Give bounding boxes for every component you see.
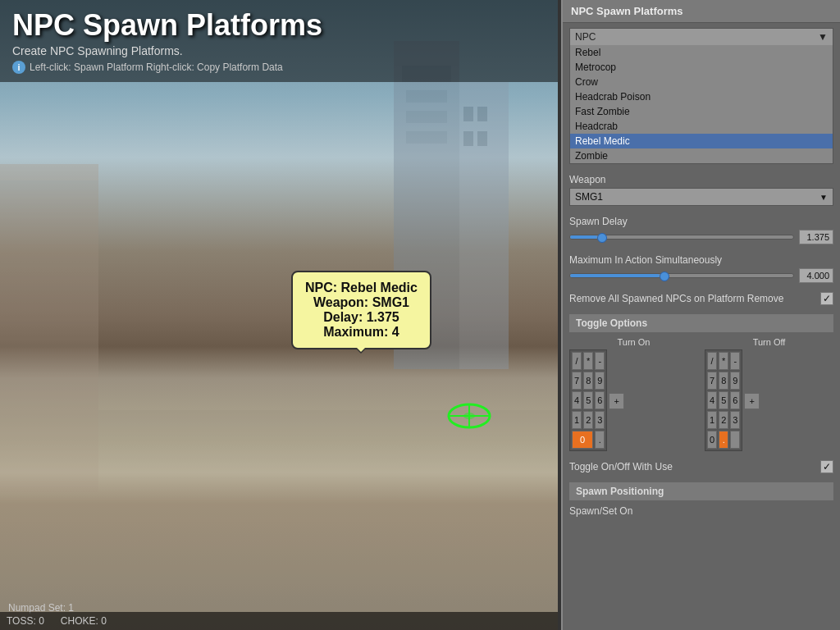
turn-off-6[interactable]: 6 (730, 391, 740, 409)
turn-off-3[interactable]: 3 (730, 411, 740, 429)
svg-rect-2 (406, 90, 447, 103)
npc-item-headcrab[interactable]: Headcrab (570, 119, 833, 134)
turn-on-extra: + (609, 349, 623, 451)
npc-item-rebel-medic[interactable]: Rebel Medic (570, 134, 833, 148)
weapon-value: SMG1 (575, 191, 603, 203)
svg-rect-3 (406, 111, 447, 123)
max-action-section: Maximum In Action Simultaneously 4.000 (563, 249, 840, 288)
remove-checkbox-label: Remove All Spawned NPCs on Platform Remo… (569, 293, 783, 304)
info-icon: i (12, 61, 25, 74)
npc-list[interactable]: NPC ▼ Rebel Metrocop Crow Headcrab Poiso… (569, 28, 833, 164)
toggle-use-row: Toggle On/Off With Use (563, 456, 840, 477)
max-action-fill (570, 274, 660, 277)
svg-rect-8 (463, 131, 473, 146)
panel-title: NPC Spawn Platforms (571, 5, 683, 17)
page-subtitle: Create NPC Spawning Platforms. (12, 44, 546, 57)
spawn-set-on-label: Spawn/Set On (569, 505, 833, 517)
toggle-grids: Turn On / * - 7 8 9 4 5 6 1 2 3 (569, 337, 833, 451)
turn-off-plus[interactable]: + (744, 393, 759, 409)
toggle-options-header: Toggle Options (569, 314, 833, 332)
turn-on-slash[interactable]: / (572, 352, 582, 370)
svg-point-16 (463, 413, 475, 419)
turn-off-empty (730, 431, 740, 449)
turn-on-7[interactable]: 7 (572, 372, 582, 390)
turn-on-8[interactable]: 8 (583, 372, 593, 390)
turn-on-1[interactable]: 1 (572, 411, 582, 429)
info-bar: i Left-click: Spawn Platform Right-click… (12, 61, 546, 74)
spawn-delay-thumb[interactable] (597, 233, 607, 243)
status-bar: TOSS: 0 CHOKE: 0 (0, 612, 558, 630)
turn-off-9[interactable]: 9 (730, 372, 740, 390)
npc-list-scroll-arrow: ▼ (818, 31, 828, 43)
turn-on-minus[interactable]: - (595, 352, 605, 370)
header-overlay: NPC Spawn Platforms Create NPC Spawning … (0, 0, 558, 82)
npc-tooltip: NPC: Rebel Medic Weapon: SMG1 Delay: 1.3… (291, 271, 431, 349)
svg-rect-11 (0, 164, 98, 492)
weapon-label: Weapon (569, 174, 833, 185)
turn-off-label: Turn Off (705, 337, 833, 347)
turn-on-wrapper: Turn On / * - 7 8 9 4 5 6 1 2 3 (569, 337, 698, 451)
spawn-delay-section: Spawn Delay 1.375 (563, 211, 840, 249)
page-title: NPC Spawn Platforms (12, 8, 546, 43)
turn-off-dot[interactable]: . (719, 431, 728, 449)
turn-off-star[interactable]: * (719, 352, 728, 370)
tooltip-delay: Delay: 1.375 (305, 310, 418, 325)
turn-off-7[interactable]: 7 (707, 372, 717, 390)
npc-item-headcrab-poison[interactable]: Headcrab Poison (570, 89, 833, 104)
turn-off-0[interactable]: 0 (707, 431, 717, 449)
turn-on-0[interactable]: 0 (572, 431, 593, 449)
toggle-use-checkbox[interactable] (820, 460, 833, 473)
turn-off-8[interactable]: 8 (719, 372, 728, 390)
toggle-use-label: Toggle On/Off With Use (569, 461, 673, 472)
svg-rect-5 (459, 82, 509, 369)
remove-checkbox[interactable] (820, 292, 833, 305)
turn-on-star[interactable]: * (583, 352, 593, 370)
turn-on-6[interactable]: 6 (595, 391, 605, 409)
game-viewport: NPC Spawn Platforms Create NPC Spawning … (0, 0, 558, 630)
turn-on-4[interactable]: 4 (572, 391, 582, 409)
turn-on-3[interactable]: 3 (595, 411, 605, 429)
right-panel[interactable]: NPC Spawn Platforms NPC ▼ Rebel Metrocop… (561, 0, 840, 630)
svg-rect-7 (477, 107, 487, 121)
turn-off-slash[interactable]: / (707, 352, 717, 370)
turn-off-1[interactable]: 1 (707, 411, 717, 429)
max-action-thumb[interactable] (660, 272, 669, 281)
max-action-track[interactable] (569, 273, 794, 278)
spawn-delay-value: 1.375 (799, 230, 833, 244)
turn-on-plus[interactable]: + (609, 393, 623, 409)
weapon-dropdown[interactable]: SMG1 ▼ (569, 188, 833, 206)
tooltip-weapon: Weapon: SMG1 (305, 295, 418, 310)
turn-on-2[interactable]: 2 (583, 411, 593, 429)
turn-on-5[interactable]: 5 (583, 391, 593, 409)
weapon-section: Weapon SMG1 ▼ (563, 169, 840, 211)
npc-item-fast-zombie[interactable]: Fast Zombie (570, 104, 833, 119)
panel-header: NPC Spawn Platforms (563, 0, 840, 23)
npc-item-rebel[interactable]: Rebel (570, 45, 833, 60)
max-action-label: Maximum In Action Simultaneously (569, 254, 833, 266)
remove-checkbox-row: Remove All Spawned NPCs on Platform Remo… (563, 288, 840, 309)
turn-off-wrapper: Turn Off / * - 7 8 9 4 5 6 1 2 3 (705, 337, 833, 451)
npc-item-crow[interactable]: Crow (570, 75, 833, 89)
turn-off-minus[interactable]: - (730, 352, 740, 370)
toggle-options-section: Toggle Options Turn On / * - 7 8 9 4 5 6 (563, 309, 840, 456)
turn-on-label: Turn On (569, 337, 698, 347)
turn-off-4[interactable]: 4 (707, 391, 717, 409)
max-action-value: 4.000 (799, 268, 833, 283)
spawn-delay-track[interactable] (569, 235, 794, 240)
turn-off-5[interactable]: 5 (719, 391, 728, 409)
info-text: Left-click: Spawn Platform Right-click: … (30, 62, 283, 73)
npc-item-zombie[interactable]: Zombie (570, 148, 833, 163)
spawn-positioning-header: Spawn Positioning (569, 482, 833, 500)
weapon-dropdown-arrow: ▼ (819, 193, 828, 202)
svg-rect-12 (0, 164, 98, 180)
turn-off-extra: + (744, 349, 759, 451)
turn-off-2[interactable]: 2 (719, 411, 728, 429)
turn-on-9[interactable]: 9 (595, 372, 605, 390)
svg-rect-9 (477, 131, 487, 146)
svg-rect-4 (406, 131, 447, 144)
turn-on-dot[interactable]: . (595, 431, 605, 449)
spawn-delay-label: Spawn Delay (569, 216, 833, 227)
choke-label: CHOKE: 0 (61, 615, 107, 627)
npc-item-metrocop[interactable]: Metrocop (570, 60, 833, 75)
max-action-row: 4.000 (569, 268, 833, 283)
